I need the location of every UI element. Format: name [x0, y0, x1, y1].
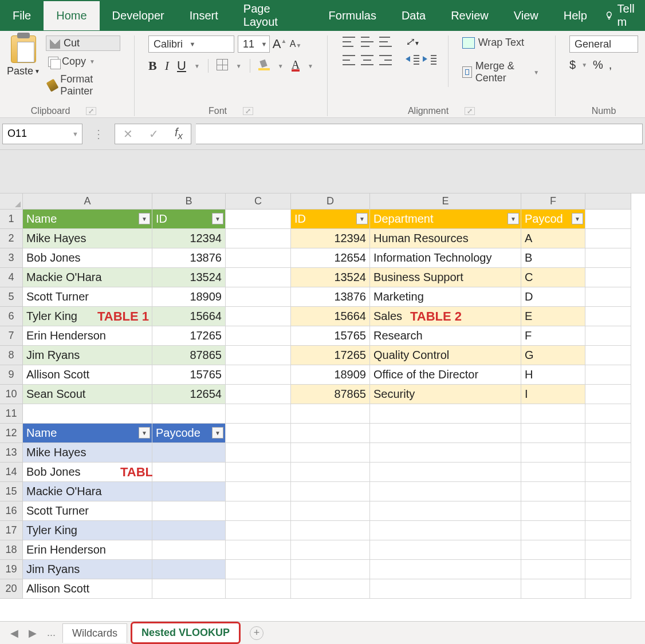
font-name-dropdown[interactable]: Calibri▼ — [148, 35, 234, 53]
table3-name[interactable]: Allison Scott — [23, 579, 152, 599]
copy-button[interactable]: Copy▼ — [46, 54, 120, 69]
table2-paycode[interactable]: H — [521, 365, 585, 385]
sheet-nav-next[interactable]: ▶ — [25, 627, 40, 639]
cell-C5[interactable] — [226, 287, 291, 307]
cell-D13[interactable] — [291, 443, 370, 463]
tab-review[interactable]: Review — [438, 1, 501, 30]
sheet-nav-prev[interactable]: ◀ — [7, 627, 22, 639]
cell-D20[interactable] — [291, 579, 370, 599]
font-dialog-launcher[interactable]: ⤢ — [243, 107, 253, 115]
row-header-10[interactable]: 10 — [0, 385, 23, 404]
align-top-button[interactable] — [341, 35, 356, 48]
table3-name[interactable]: Mike Hayes — [23, 443, 152, 463]
table3-name[interactable]: Mackie O'Hara — [23, 482, 152, 501]
table1-id[interactable]: 18909 — [152, 287, 226, 307]
table2-paycode[interactable]: D — [521, 287, 585, 307]
cell-G2[interactable] — [585, 229, 631, 248]
cell-G5[interactable] — [585, 287, 631, 307]
cell-C20[interactable] — [226, 579, 291, 599]
row-header-17[interactable]: 17 — [0, 521, 23, 540]
table2-id[interactable]: 18909 — [291, 365, 370, 385]
cell-E11[interactable] — [370, 404, 521, 424]
italic-button[interactable]: I — [165, 58, 169, 73]
cell-D17[interactable] — [291, 521, 370, 540]
filter-button[interactable]: ▼ — [508, 213, 519, 224]
cell-F13[interactable] — [521, 443, 585, 463]
cell-F15[interactable] — [521, 482, 585, 501]
table1-id[interactable]: 12654 — [152, 385, 226, 404]
tab-page-layout[interactable]: Page Layout — [231, 0, 316, 37]
table1-header-id[interactable]: ID▼ — [152, 210, 226, 229]
select-all-button[interactable] — [0, 193, 23, 210]
row-header-7[interactable]: 7 — [0, 326, 23, 346]
cell-G14[interactable] — [585, 463, 631, 482]
name-box-dropdown-icon[interactable]: ▼ — [69, 131, 82, 137]
name-box[interactable]: ▼ — [2, 124, 82, 144]
enter-formula-button[interactable]: ✓ — [141, 127, 167, 141]
tab-view[interactable]: View — [501, 1, 551, 30]
table1-name[interactable]: Mackie O'Hara — [23, 268, 152, 287]
row-header-8[interactable]: 8 — [0, 346, 23, 365]
cell-E13[interactable] — [370, 443, 521, 463]
cell-E16[interactable] — [370, 501, 521, 521]
table3-name[interactable]: Jim Ryans — [23, 560, 152, 579]
table1-name[interactable]: Scott Turner — [23, 287, 152, 307]
table2-id[interactable]: 12394 — [291, 229, 370, 248]
cell-F18[interactable] — [521, 540, 585, 560]
cell-F17[interactable] — [521, 521, 585, 540]
alignment-dialog-launcher[interactable]: ⤢ — [465, 107, 475, 115]
cell-G20[interactable] — [585, 579, 631, 599]
table3-paycode[interactable] — [152, 579, 226, 599]
table3-paycode[interactable] — [152, 463, 226, 482]
decrease-indent-button[interactable] — [406, 54, 419, 66]
number-format-dropdown[interactable]: General — [569, 35, 638, 53]
cell-C17[interactable] — [226, 521, 291, 540]
table1-id[interactable]: 13524 — [152, 268, 226, 287]
sheet-tab-nested-vlookup[interactable]: Nested VLOOKUP — [131, 622, 241, 644]
cell-G19[interactable] — [585, 560, 631, 579]
merge-center-button[interactable]: Merge & Center▼ — [460, 59, 541, 85]
table1-id[interactable]: 15664 — [152, 307, 226, 326]
cell-G4[interactable] — [585, 268, 631, 287]
align-left-button[interactable] — [341, 54, 356, 66]
table2-paycode[interactable]: F — [521, 326, 585, 346]
table2-id[interactable]: 13876 — [291, 287, 370, 307]
row-header-19[interactable]: 19 — [0, 560, 23, 579]
cell-E18[interactable] — [370, 540, 521, 560]
increase-indent-button[interactable] — [423, 54, 436, 66]
accounting-format-button[interactable]: $ — [569, 58, 576, 72]
comma-format-button[interactable]: , — [609, 58, 612, 72]
insert-function-button[interactable]: fx — [167, 126, 191, 142]
orientation-button[interactable]: ⤢▼ — [406, 35, 420, 48]
cell-C3[interactable] — [226, 248, 291, 268]
new-sheet-button[interactable]: + — [250, 626, 263, 640]
align-middle-button[interactable] — [360, 35, 375, 48]
cell-D12[interactable] — [291, 424, 370, 443]
clipboard-dialog-launcher[interactable]: ⤢ — [86, 107, 96, 115]
tell-me[interactable]: Tell m — [604, 2, 645, 29]
cell-G9[interactable] — [585, 365, 631, 385]
table2-dept[interactable]: Security — [370, 385, 521, 404]
tab-developer[interactable]: Developer — [100, 1, 177, 30]
wrap-text-button[interactable]: Wrap Text — [460, 35, 541, 50]
cell-E12[interactable] — [370, 424, 521, 443]
table3-header-name[interactable]: Name▼ — [23, 424, 152, 443]
table3-name[interactable]: Scott Turner — [23, 501, 152, 521]
cell-G16[interactable] — [585, 501, 631, 521]
table3-name[interactable]: Bob JonesTABLE 3 — [23, 463, 152, 482]
table2-dept[interactable]: Quality Control — [370, 346, 521, 365]
cell-E20[interactable] — [370, 579, 521, 599]
cell-D14[interactable] — [291, 463, 370, 482]
cell-C9[interactable] — [226, 365, 291, 385]
table2-paycode[interactable]: B — [521, 248, 585, 268]
cell-F20[interactable] — [521, 579, 585, 599]
tab-formulas[interactable]: Formulas — [316, 1, 389, 30]
cell-D19[interactable] — [291, 560, 370, 579]
cell-D11[interactable] — [291, 404, 370, 424]
table2-dept[interactable]: Office of the Director — [370, 365, 521, 385]
table1-id[interactable]: 17265 — [152, 326, 226, 346]
table2-dept[interactable]: Human Resources — [370, 229, 521, 248]
table3-header-paycode[interactable]: Paycode▼ — [152, 424, 226, 443]
tab-file[interactable]: File — [0, 1, 44, 30]
cell-F19[interactable] — [521, 560, 585, 579]
